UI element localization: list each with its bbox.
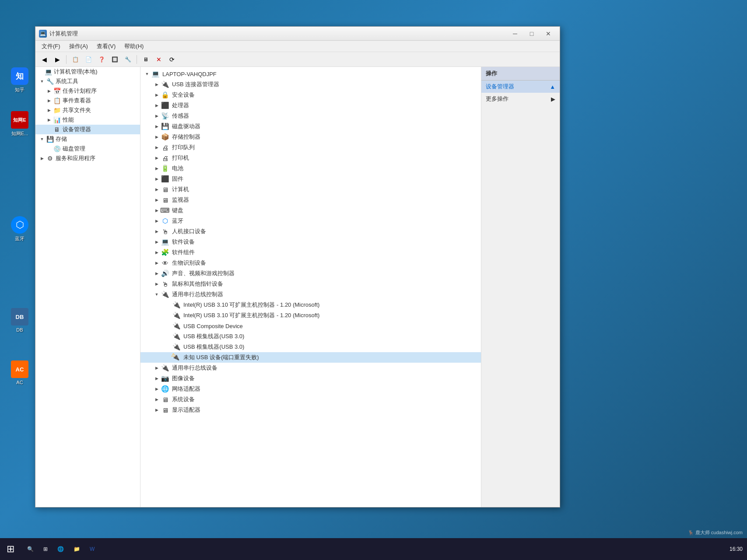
toolbar-btn-delete[interactable]: ✕ [153, 54, 165, 65]
minimize-button[interactable]: ─ [507, 28, 523, 39]
actions-more[interactable]: 更多操作 ▶ [481, 93, 560, 105]
expand-storage[interactable]: ▼ [39, 136, 45, 142]
toolbar-back[interactable]: ◀ [38, 54, 50, 65]
tree-item-diskmgmt[interactable]: 💿 磁盘管理 [35, 144, 140, 154]
expand-computer[interactable]: ▶ [154, 186, 160, 192]
menu-view[interactable]: 查看(V) [92, 41, 120, 52]
device-item-firmware[interactable]: ▶ ⬛ 固件 [140, 174, 481, 184]
device-item-storctrl[interactable]: ▶ 📦 存储控制器 [140, 132, 481, 142]
expand-bluetooth[interactable]: ▶ [154, 218, 160, 224]
expand-firmware[interactable]: ▶ [154, 176, 160, 182]
tree-item-services[interactable]: ▶ ⚙ 服务和应用程序 [35, 154, 140, 163]
device-item-usbctrl[interactable]: ▼ 🔌 通用串行总线控制器 [140, 289, 481, 300]
expand-network[interactable]: ▶ [154, 386, 160, 392]
expand-taskschd[interactable]: ▶ [46, 88, 52, 94]
device-item-usb-bus[interactable]: ▶ 🔌 通用串行总线设备 [140, 363, 481, 373]
toolbar-forward[interactable]: ▶ [51, 54, 63, 65]
expand-swdev[interactable]: ▶ [154, 239, 160, 245]
expand-image[interactable]: ▶ [154, 375, 160, 382]
device-item-mouse[interactable]: ▶ 🖱 鼠标和其他指针设备 [140, 279, 481, 289]
desktop-icon-zhiwang[interactable]: 知网E 知网E... [4, 109, 35, 139]
device-item-bluetooth[interactable]: ▶ ⬡ 蓝牙 [140, 216, 481, 226]
taskbar-item-search[interactable]: 🔍 [23, 540, 38, 558]
device-item-usb-unknown[interactable]: 🔌 ⚠ 未知 USB 设备(端口重置失败) [140, 352, 481, 363]
start-button[interactable]: ⊞ [0, 538, 21, 560]
device-item-printer[interactable]: ▶ 🖨 打印机 [140, 153, 481, 163]
device-item-image[interactable]: ▶ 📷 图像设备 [140, 373, 481, 384]
expand-systools[interactable]: ▼ [39, 78, 45, 84]
expand-security[interactable]: ▶ [154, 92, 160, 98]
device-item-swcomp[interactable]: ▶ 🧩 软件组件 [140, 247, 481, 258]
expand-sharedfolder[interactable]: ▶ [46, 107, 52, 113]
expand-cpu[interactable]: ▶ [154, 102, 160, 108]
close-button[interactable]: ✕ [540, 28, 556, 39]
toolbar-btn-5[interactable]: 🔧 [122, 54, 134, 65]
device-item-computer[interactable]: ▶ 🖥 计算机 [140, 184, 481, 195]
toolbar-btn-6[interactable]: 🖥 [140, 54, 152, 65]
expand-printer[interactable]: ▶ [154, 155, 160, 161]
tree-item-storage[interactable]: ▼ 💾 存储 [35, 134, 140, 144]
device-item-swdev[interactable]: ▶ 💻 软件设备 [140, 237, 481, 247]
expand-battery[interactable]: ▶ [154, 165, 160, 172]
device-item-laptop[interactable]: ▼ 💻 LAPTOP-VAHQDJPF [140, 69, 481, 79]
tree-item-sharedfolder[interactable]: ▶ 📁 共享文件夹 [35, 105, 140, 115]
device-item-intel-usb2[interactable]: 🔌 Intel(R) USB 3.10 可扩展主机控制器 - 1.20 (Mic… [140, 310, 481, 321]
device-item-display[interactable]: ▶ 🖥 显示适配器 [140, 405, 481, 415]
device-item-disk[interactable]: ▶ 💾 磁盘驱动器 [140, 121, 481, 132]
device-item-printq[interactable]: ▶ 🖨 打印队列 [140, 142, 481, 153]
device-item-keyboard[interactable]: ▶ ⌨ 键盘 [140, 205, 481, 216]
expand-storctrl[interactable]: ▶ [154, 134, 160, 140]
desktop-icon-ac[interactable]: AC AC [4, 359, 35, 387]
device-item-audio[interactable]: ▶ 🔊 声音、视频和游戏控制器 [140, 268, 481, 279]
expand-sysdev[interactable]: ▶ [154, 396, 160, 402]
device-item-bio[interactable]: ▶ 👁 生物识别设备 [140, 258, 481, 268]
expand-printq[interactable]: ▶ [154, 144, 160, 150]
device-item-hid[interactable]: ▶ 🖱 人机接口设备 [140, 226, 481, 237]
tree-item-taskschd[interactable]: ▶ 📅 任务计划程序 [35, 86, 140, 96]
desktop-icon-zhihu[interactable]: 知 知乎 [4, 66, 35, 95]
taskbar-item-word[interactable]: W [85, 540, 99, 558]
tree-item-perf[interactable]: ▶ 📊 性能 [35, 115, 140, 125]
expand-display[interactable]: ▶ [154, 407, 160, 413]
toolbar-btn-1[interactable]: 📋 [69, 54, 81, 65]
expand-swcomp[interactable]: ▶ [154, 249, 160, 256]
expand-root[interactable] [37, 69, 43, 75]
device-item-monitor[interactable]: ▶ 🖥 监视器 [140, 195, 481, 205]
device-item-security[interactable]: ▶ 🔒 安全设备 [140, 90, 481, 100]
menu-file[interactable]: 文件(F) [37, 41, 65, 52]
expand-usbctrl[interactable]: ▼ [154, 291, 160, 298]
expand-eventvwr[interactable]: ▶ [46, 98, 52, 104]
device-item-network[interactable]: ▶ 🌐 网络适配器 [140, 384, 481, 394]
taskbar-item-edge[interactable]: 🌐 [53, 540, 68, 558]
device-item-usb-hub1[interactable]: 🔌 USB 根集线器(USB 3.0) [140, 331, 481, 342]
taskbar-item-explorer[interactable]: 📁 [69, 540, 84, 558]
menu-help[interactable]: 帮助(H) [120, 41, 148, 52]
expand-diskmgmt[interactable] [46, 146, 52, 152]
toolbar-btn-4[interactable]: 🔲 [109, 54, 121, 65]
expand-bio[interactable]: ▶ [154, 260, 160, 266]
tree-item-systools[interactable]: ▼ 🔧 系统工具 [35, 77, 140, 86]
expand-perf[interactable]: ▶ [46, 117, 52, 123]
expand-monitor[interactable]: ▶ [154, 197, 160, 203]
expand-mouse[interactable]: ▶ [154, 281, 160, 287]
desktop-icon-bluetooth[interactable]: ⬡ 蓝牙 [4, 214, 35, 244]
toolbar-btn-2[interactable]: 📄 [82, 54, 95, 65]
tree-item-root[interactable]: 💻 计算机管理(本地) [35, 67, 140, 77]
expand-laptop[interactable]: ▼ [144, 71, 150, 77]
device-item-cpu[interactable]: ▶ ⬛ 处理器 [140, 100, 481, 111]
expand-audio[interactable]: ▶ [154, 270, 160, 276]
device-item-usb-hub2[interactable]: 🔌 USB 根集线器(USB 3.0) [140, 342, 481, 352]
maximize-button[interactable]: □ [524, 28, 540, 39]
toolbar-btn-3[interactable]: ❓ [95, 54, 108, 65]
tree-item-devmgr[interactable]: 🖥 设备管理器 [35, 125, 140, 134]
expand-usb-bus[interactable]: ▶ [154, 365, 160, 371]
device-item-battery[interactable]: ▶ 🔋 电池 [140, 163, 481, 174]
desktop-icon-db[interactable]: DB DB [4, 306, 35, 334]
device-item-sensor[interactable]: ▶ 📡 传感器 [140, 111, 481, 121]
expand-hid[interactable]: ▶ [154, 228, 160, 234]
menu-action[interactable]: 操作(A) [65, 41, 92, 52]
device-item-usb-conn[interactable]: ▶ 🔌 USB 连接器管理器 [140, 79, 481, 90]
device-item-sysdev[interactable]: ▶ 🖥 系统设备 [140, 394, 481, 405]
tree-item-eventvwr[interactable]: ▶ 📋 事件查看器 [35, 96, 140, 105]
expand-usb-conn[interactable]: ▶ [154, 81, 160, 88]
